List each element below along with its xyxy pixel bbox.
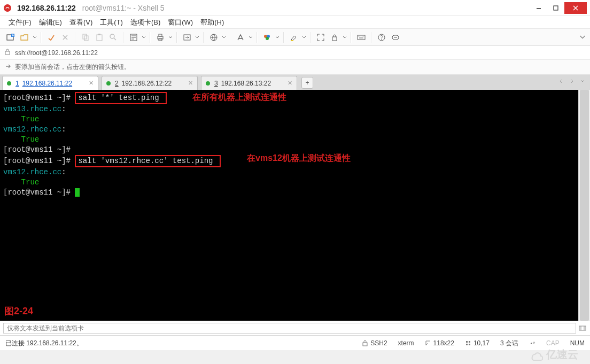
status-cursor-label: 10,17 [473,339,490,347]
status-dot-icon [206,81,210,86]
maximize-button[interactable] [547,2,564,14]
help-icon[interactable] [375,31,388,44]
watermark-icon [529,348,543,362]
status-size-label: 118x22 [433,339,454,347]
properties-dropdown-icon[interactable] [141,35,146,40]
font-icon[interactable] [234,31,247,44]
xftp-icon[interactable] [181,31,193,44]
svg-rect-28 [469,341,470,343]
prompt: [root@vms11 ~]# [3,157,75,165]
status-connection: 已连接 192.168.26.11:22。 [5,339,83,348]
prompt: [root@vms11 ~]# [3,94,75,102]
menubar: 文件(F) 编辑(E) 查看(V) 工具(T) 选项卡(B) 窗口(W) 帮助(… [0,16,590,29]
compose-icon[interactable] [389,31,402,44]
menu-help[interactable]: 帮助(H) [200,18,224,27]
disconnect-icon[interactable] [59,31,72,44]
status-ssh: SSH2 [362,339,387,347]
address-url[interactable]: ssh://root@192.168.26.11:22 [15,49,98,57]
menu-window[interactable]: 窗口(W) [168,18,193,27]
fullscreen-icon[interactable] [314,31,327,44]
globe-icon[interactable] [207,31,220,44]
status-cap: CAP [546,339,560,347]
open-dropdown-icon[interactable] [32,35,37,40]
highlight-icon[interactable] [288,31,300,44]
scrollbar-thumb[interactable] [580,90,589,321]
keyboard-icon[interactable] [355,31,368,44]
xftp-dropdown-icon[interactable] [195,35,200,40]
status-ssh-label: SSH2 [370,339,387,347]
session-tab-3[interactable]: 3 192.168.26.13:22 ✕ [201,76,297,90]
separator-icon [75,32,76,43]
tab-number: 1 [15,80,19,87]
cmd-highlight: salt 'vms12.rhce.cc' test.ping [75,155,220,167]
new-session-icon[interactable] [4,31,17,44]
minimize-button[interactable] [530,2,547,14]
encoding-dropdown-icon[interactable] [221,35,227,40]
menu-view[interactable]: 查看(V) [69,18,92,27]
properties-icon[interactable] [127,31,140,44]
menu-tab[interactable]: 选项卡(B) [130,18,160,27]
hint-arrow-icon[interactable] [4,63,12,72]
separator-icon [123,32,124,43]
print-dropdown-icon[interactable] [168,35,173,40]
status-updown-icon[interactable] [529,340,535,346]
paste-icon[interactable] [93,31,106,44]
colon: : [61,125,66,134]
terminal[interactable]: [root@vms11 ~]# salt '*' test.ping 在所有机器… [0,90,578,321]
annotation-1: 在所有机器上测试连通性 [192,92,286,102]
svg-rect-20 [358,35,365,40]
toolbar [0,29,590,46]
tab-prev-icon[interactable] [557,77,565,86]
status-sessions: 3 会话 [500,339,518,348]
tab-list-icon[interactable] [578,77,587,86]
terminal-scrollbar[interactable] [578,90,590,321]
print-icon[interactable] [154,31,167,44]
app-logo-icon [3,4,12,12]
result: True [3,115,39,123]
svg-rect-19 [332,37,337,41]
tab-label: 192.168.26.13:22 [221,80,271,87]
reconnect-icon[interactable] [45,31,58,44]
annotation-2: 在vms12机器上测试连通性 [247,153,351,163]
menu-tool[interactable]: 工具(T) [100,18,123,27]
highlight-dropdown-icon[interactable] [301,35,307,40]
color-dropdown-icon[interactable] [275,35,280,40]
separator-icon [310,32,311,43]
cursor-icon [75,188,80,197]
lock-icon[interactable] [328,31,341,44]
color-scheme-icon[interactable] [261,31,274,44]
watermark-text: 亿速云 [546,347,578,362]
tab-close-icon[interactable]: ✕ [89,80,94,87]
menu-file[interactable]: 文件(F) [9,18,32,27]
separator-icon [203,32,204,43]
lock-dropdown-icon[interactable] [342,35,347,40]
tab-close-icon[interactable]: ✕ [288,80,292,87]
font-dropdown-icon[interactable] [248,35,253,40]
status-dot-icon [106,81,111,86]
prompt: [root@vms11 ~]# [3,188,75,197]
tab-close-icon[interactable]: ✕ [188,80,193,87]
tab-number: 3 [214,80,218,87]
title-ip: 192.168.26.11:22 [17,4,76,12]
menu-edit[interactable]: 编辑(E) [39,18,62,27]
find-icon[interactable] [107,31,120,44]
host: vms13.rhce.cc [3,105,61,113]
svg-rect-8 [98,34,100,35]
close-button[interactable] [564,2,587,14]
compose-input[interactable] [3,323,576,334]
svg-rect-25 [579,326,586,330]
copy-icon[interactable] [79,31,92,44]
tab-next-icon[interactable] [568,77,576,86]
session-tab-1[interactable]: 1 192.168.26.11:22 ✕ [2,76,98,90]
open-session-icon[interactable] [18,31,31,44]
result: True [3,135,39,144]
tab-add-button[interactable]: + [301,77,313,89]
separator-icon [257,32,258,43]
session-tab-2[interactable]: 2 192.168.26.12:22 ✕ [102,76,198,90]
separator-icon [176,32,177,43]
status-size: 118x22 [425,339,454,347]
compose-options-icon[interactable] [578,324,587,332]
svg-point-9 [110,34,114,38]
terminal-wrap: [root@vms11 ~]# salt '*' test.ping 在所有机器… [0,90,590,321]
toolbar-overflow-icon[interactable] [579,34,586,41]
